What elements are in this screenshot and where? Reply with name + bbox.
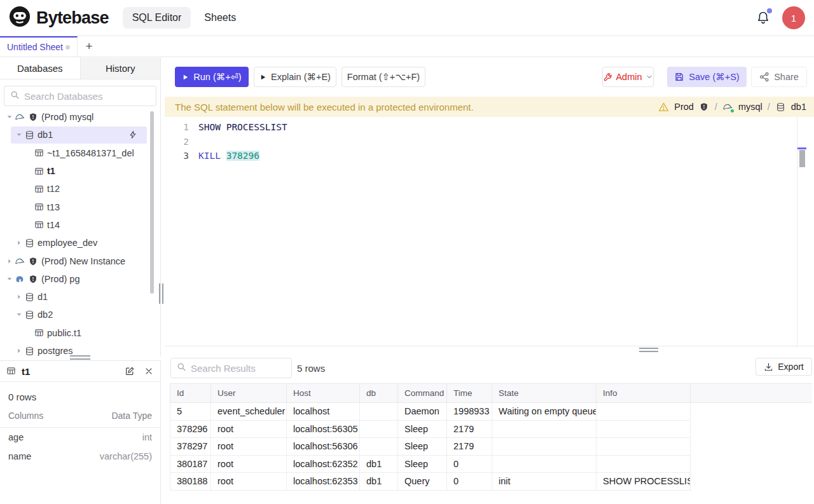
result-cell[interactable]: 2179 <box>447 438 492 456</box>
caret-right-icon[interactable] <box>4 257 15 265</box>
edit-table-icon[interactable] <box>124 366 135 377</box>
database-search-input[interactable] <box>24 91 150 102</box>
result-cell[interactable]: Sleep <box>398 421 447 439</box>
notification-bell-icon[interactable] <box>755 10 771 25</box>
caret-right-icon[interactable] <box>13 347 24 355</box>
result-cell[interactable]: 380187 <box>170 456 211 473</box>
result-cell[interactable] <box>492 438 597 456</box>
table-row[interactable]: 380188rootlocalhost:62353db1Query0initSH… <box>170 473 812 491</box>
main-nav: SQL Editor Sheets <box>123 7 245 29</box>
result-cell[interactable]: Sleep <box>398 456 447 473</box>
sidebar-vertical-resize-handle[interactable] <box>70 355 90 360</box>
result-cell[interactable]: SHOW PROCESSLIST <box>597 473 691 491</box>
sql-editor[interactable]: 1SHOW PROCESSLIST23KILL 378296 <box>165 117 814 346</box>
result-cell[interactable]: Sleep <box>398 438 447 456</box>
result-cell[interactable]: 2179 <box>447 421 492 439</box>
tree-item-prod-mysql[interactable]: (Prod) mysql <box>0 108 160 126</box>
table-row[interactable]: 378297rootlocalhost:56306Sleep2179 <box>170 438 812 456</box>
schema-panel-header: t1 <box>0 361 160 382</box>
tab-untitled-sheet[interactable]: Untitled Sheet <box>0 36 78 57</box>
tab-history[interactable]: History <box>81 58 161 79</box>
tree-item-t1-1658481371-del[interactable]: ~t1_1658481371_del <box>0 144 160 162</box>
result-cell[interactable] <box>597 456 691 473</box>
tree-item-postgres[interactable]: postgres <box>0 342 160 357</box>
run-button[interactable]: Run (⌘+⏎) <box>175 67 249 87</box>
table-row[interactable]: 380187rootlocalhost:62352db1Sleep0 <box>170 456 812 473</box>
result-cell[interactable]: 378297 <box>170 438 211 456</box>
result-cell[interactable] <box>597 438 691 456</box>
share-button[interactable]: Share <box>751 67 807 87</box>
tree-item-t13[interactable]: t13 <box>0 198 160 215</box>
result-cell[interactable]: localhost:62353 <box>287 473 360 491</box>
result-cell[interactable]: root <box>211 438 287 456</box>
tree-scrollbar[interactable] <box>150 111 154 294</box>
sidebar-horizontal-resize-handle[interactable] <box>159 283 163 304</box>
tree-item-db2[interactable]: db2 <box>0 306 160 324</box>
caret-right-icon[interactable] <box>13 239 24 247</box>
result-cell[interactable]: localhost <box>287 403 360 421</box>
user-avatar[interactable]: 1 <box>782 6 805 29</box>
table-row[interactable]: 378296rootlocalhost:56305Sleep2179 <box>170 421 812 439</box>
result-cell[interactable]: 0 <box>447 456 492 473</box>
save-button[interactable]: Save (⌘+S) <box>667 67 747 87</box>
caret-down-icon[interactable] <box>13 131 24 139</box>
result-cell[interactable]: Waiting on empty queue <box>492 403 597 421</box>
export-label: Export <box>778 362 803 372</box>
nav-sql-editor[interactable]: SQL Editor <box>123 7 191 29</box>
result-cell[interactable]: db1 <box>360 473 398 491</box>
result-cell[interactable]: init <box>492 473 597 491</box>
format-button[interactable]: Format (⇧+⌥+F) <box>341 67 425 87</box>
result-cell[interactable]: localhost:62352 <box>287 456 360 473</box>
result-cell[interactable]: 380188 <box>170 473 211 491</box>
admin-mode-button[interactable]: Admin <box>602 67 654 87</box>
result-cell[interactable]: Query <box>398 473 447 491</box>
explain-button[interactable]: Explain (⌘+E) <box>254 67 336 87</box>
tab-databases[interactable]: Databases <box>0 58 81 79</box>
result-cell[interactable] <box>360 438 398 456</box>
tree-item-t14[interactable]: t14 <box>0 216 160 234</box>
result-cell[interactable]: 378296 <box>170 421 211 439</box>
result-cell[interactable]: 5 <box>170 403 211 421</box>
result-cell[interactable] <box>360 403 398 421</box>
result-cell[interactable]: root <box>211 421 287 439</box>
result-cell[interactable]: 1998933 <box>447 403 492 421</box>
add-sheet-button[interactable]: + <box>78 36 100 57</box>
results-search-input[interactable] <box>191 363 286 374</box>
table-row[interactable]: 5event_schedulerlocalhostDaemon1998933Wa… <box>170 403 812 421</box>
result-cell[interactable] <box>492 421 597 439</box>
result-cell[interactable] <box>597 421 691 439</box>
nav-sheets[interactable]: Sheets <box>195 7 245 29</box>
tree-item-prod-new-instance[interactable]: (Prod) New Instance <box>0 252 160 269</box>
tree-item-db1[interactable]: db1 <box>0 126 160 144</box>
export-button[interactable]: Export <box>755 358 812 376</box>
result-cell[interactable] <box>597 403 691 421</box>
result-cell[interactable] <box>492 456 597 473</box>
lightning-icon[interactable] <box>128 130 139 140</box>
tree-item-t12[interactable]: t12 <box>0 180 160 198</box>
results-resize-handle[interactable] <box>639 348 658 352</box>
result-cell[interactable] <box>360 421 398 439</box>
result-cell[interactable]: localhost:56305 <box>287 421 360 439</box>
shield-icon <box>28 274 38 284</box>
tree-item-employee-dev[interactable]: employee_dev <box>0 234 160 252</box>
result-cell[interactable]: localhost:56306 <box>287 438 360 456</box>
tree-item-d1[interactable]: d1 <box>0 288 160 306</box>
result-cell[interactable]: Daemon <box>398 403 447 421</box>
tree-item-t1[interactable]: t1 <box>0 162 160 180</box>
tree-item-public-t1[interactable]: public.t1 <box>0 324 160 342</box>
result-cell[interactable]: root <box>211 456 287 473</box>
close-panel-icon[interactable] <box>143 366 154 377</box>
editor-scrollbar-thumb[interactable] <box>799 150 805 167</box>
table-icon <box>34 328 44 338</box>
caret-down-icon[interactable] <box>13 311 24 318</box>
caret-down-icon[interactable] <box>4 113 15 121</box>
caret-right-icon[interactable] <box>13 293 24 301</box>
result-cell[interactable]: root <box>211 473 287 491</box>
result-cell[interactable]: event_scheduler <box>211 403 287 421</box>
tree-item-label: postgres <box>38 346 73 356</box>
tree-item-prod-pg[interactable]: (Prod) pg <box>0 270 160 288</box>
result-cell[interactable]: db1 <box>360 456 398 473</box>
result-cell[interactable]: 0 <box>447 473 492 491</box>
schema-panel-actions <box>124 366 154 377</box>
caret-down-icon[interactable] <box>4 275 15 283</box>
